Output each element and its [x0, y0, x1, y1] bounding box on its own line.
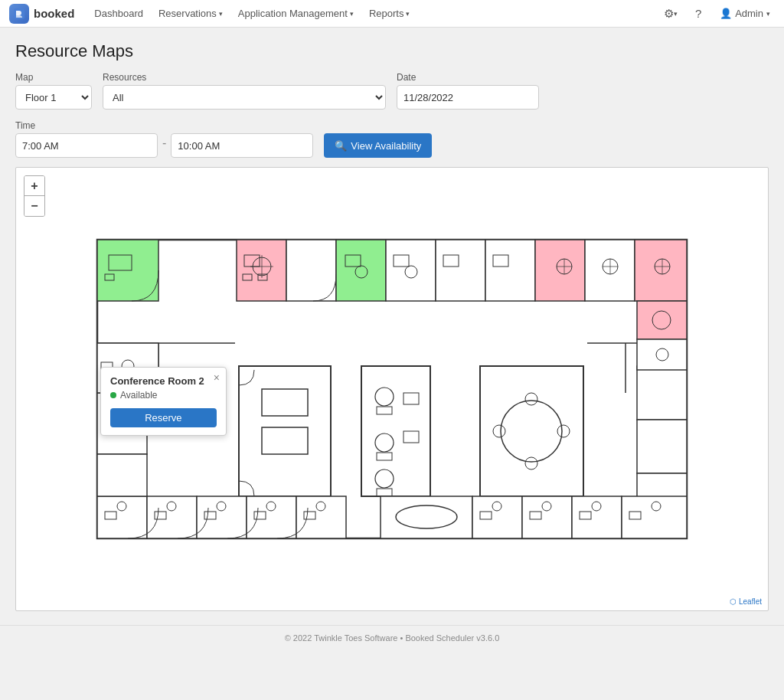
leaflet-badge: ⬡ Leaflet	[730, 597, 762, 606]
date-input[interactable]: 11/28/2022	[397, 85, 539, 110]
svg-rect-10	[485, 240, 535, 301]
svg-rect-87	[97, 454, 147, 496]
time-end-input[interactable]	[171, 133, 313, 158]
reserve-button[interactable]: Reserve	[110, 408, 217, 427]
chevron-down-icon: ▾	[674, 10, 678, 18]
nav-dashboard[interactable]: Dashboard	[88, 5, 149, 22]
chevron-down-icon: ▾	[406, 10, 410, 18]
svg-rect-9	[436, 240, 485, 301]
popup-title: Conference Room 2	[110, 375, 204, 387]
admin-menu[interactable]: 👤 Admin ▾	[715, 5, 775, 22]
map-controls: + −	[24, 175, 45, 217]
brand-name: booked	[34, 7, 74, 20]
svg-rect-12	[585, 240, 635, 301]
view-availability-button[interactable]: 🔍 View Availability	[324, 133, 432, 158]
svg-rect-23	[239, 366, 331, 496]
svg-rect-13	[635, 240, 687, 301]
resources-select[interactable]: All	[103, 85, 386, 110]
nav-right: ⚙ ▾ ? 👤 Admin ▾	[660, 3, 775, 25]
close-icon[interactable]: ×	[214, 371, 220, 384]
svg-rect-42	[637, 420, 687, 473]
brand-icon	[9, 4, 29, 24]
chevron-down-icon: ▾	[766, 10, 770, 18]
help-button[interactable]: ?	[688, 3, 709, 25]
svg-rect-7	[336, 240, 386, 301]
nav-app-management[interactable]: Application Management ▾	[232, 5, 360, 22]
svg-rect-49	[381, 496, 472, 538]
svg-rect-26	[361, 366, 430, 496]
navbar: booked Dashboard Reservations ▾ Applicat…	[0, 0, 784, 28]
brand[interactable]: booked	[9, 4, 74, 24]
time-separator: -	[162, 136, 166, 150]
svg-rect-80	[637, 301, 687, 339]
map-select[interactable]: Floor 1 Floor 2	[15, 85, 92, 110]
svg-rect-90	[637, 339, 687, 370]
date-label: Date	[397, 72, 539, 83]
svg-rect-41	[637, 366, 687, 420]
svg-rect-11	[535, 240, 585, 301]
svg-rect-8	[386, 240, 436, 301]
help-icon: ?	[695, 7, 701, 20]
available-status-dot	[110, 392, 116, 398]
zoom-out-button[interactable]: −	[24, 196, 44, 216]
chevron-down-icon: ▾	[219, 10, 223, 18]
map-container: + − × Conference Room 2 Available Reserv…	[15, 167, 769, 611]
zoom-in-button[interactable]: +	[24, 176, 44, 196]
time-label: Time	[15, 120, 313, 131]
resources-filter-group: Resources All	[103, 72, 386, 110]
map-filter-group: Map Floor 1 Floor 2	[15, 72, 92, 110]
svg-rect-6	[286, 240, 336, 301]
gear-icon: ⚙	[664, 7, 674, 21]
svg-rect-35	[480, 366, 583, 496]
room-popup: × Conference Room 2 Available Reserve	[100, 367, 227, 436]
svg-rect-5	[237, 240, 286, 301]
user-icon: 👤	[720, 8, 732, 19]
popup-status: Available	[110, 390, 217, 401]
resources-label: Resources	[103, 72, 386, 83]
nav-reservations[interactable]: Reservations ▾	[152, 5, 229, 22]
filter-bar: Map Floor 1 Floor 2 Resources All Date 1…	[15, 72, 769, 158]
map-label: Map	[15, 72, 92, 83]
nav-items: Dashboard Reservations ▾ Application Man…	[88, 5, 646, 22]
time-start-input[interactable]	[15, 133, 158, 158]
search-icon: 🔍	[335, 140, 347, 152]
time-filter-group: Time -	[15, 120, 313, 158]
date-filter-group: Date 11/28/2022	[397, 72, 539, 110]
footer: © 2022 Twinkle Toes Software • Booked Sc…	[0, 625, 784, 650]
chevron-down-icon: ▾	[350, 10, 354, 18]
page-content: Resource Maps Map Floor 1 Floor 2 Resour…	[0, 28, 784, 625]
svg-rect-54	[622, 496, 687, 538]
page-title: Resource Maps	[15, 41, 769, 61]
nav-reports[interactable]: Reports ▾	[363, 5, 416, 22]
settings-button[interactable]: ⚙ ▾	[660, 3, 681, 25]
